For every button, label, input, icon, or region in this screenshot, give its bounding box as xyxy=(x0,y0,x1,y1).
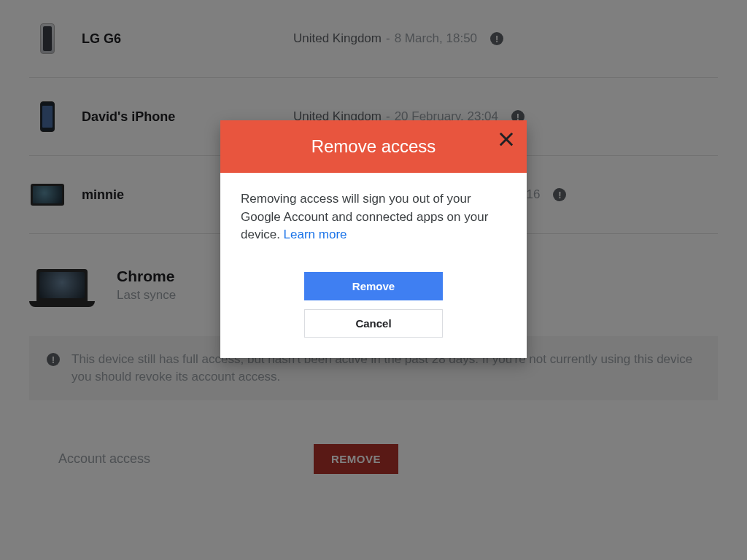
modal-title: Remove access xyxy=(311,136,436,156)
modal-header: Remove access xyxy=(220,120,527,173)
cancel-button[interactable]: Cancel xyxy=(304,309,443,338)
modal-body: Removing access will sign you out of you… xyxy=(220,173,527,265)
remove-button[interactable]: Remove xyxy=(304,272,443,300)
modal-actions: Remove Cancel xyxy=(220,265,527,358)
learn-more-link[interactable]: Learn more xyxy=(284,228,347,241)
remove-access-modal: Remove access Removing access will sign … xyxy=(220,120,527,358)
close-icon[interactable] xyxy=(496,129,516,149)
modal-overlay[interactable]: Remove access Removing access will sign … xyxy=(0,0,747,560)
modal-body-text: Removing access will sign you out of you… xyxy=(241,192,488,241)
